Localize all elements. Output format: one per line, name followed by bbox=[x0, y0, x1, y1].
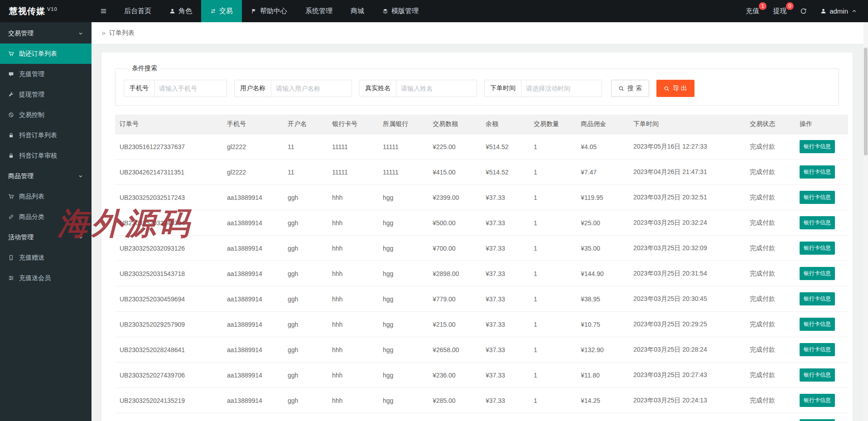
cell-order-no: UB2303252029257909 bbox=[115, 312, 222, 337]
sidebar-item-goods-list[interactable]: 商品列表 bbox=[0, 186, 92, 207]
column-header-order-time: 下单时间 bbox=[629, 115, 745, 134]
bank-card-info-button[interactable]: 银行卡信息 bbox=[800, 165, 835, 179]
sidebar-section-trade[interactable]: 交易管理 bbox=[0, 23, 92, 44]
order-time-input[interactable] bbox=[521, 80, 602, 97]
scrollbar bbox=[863, 22, 868, 421]
bank-card-info-button[interactable]: 银行卡信息 bbox=[800, 216, 835, 229]
user-menu[interactable]: admin bbox=[820, 7, 857, 15]
bank-card-info-button[interactable]: 银行卡信息 bbox=[800, 242, 835, 255]
cell-status: 完成付款 bbox=[745, 210, 795, 236]
export-button[interactable]: 导 出 bbox=[656, 80, 694, 97]
order-time-filter: 下单时间 bbox=[484, 80, 602, 97]
orders-table: 订单号手机号开户名银行卡号所属银行交易数额余额交易数量商品佣金下单时间交易状态操… bbox=[115, 115, 848, 421]
sidebar-item-label: 抖音订单审核 bbox=[19, 152, 57, 160]
cell-action: 银行卡信息 bbox=[795, 261, 848, 286]
nav-mall[interactable]: 商城 bbox=[342, 0, 373, 22]
cell-commission: ¥14.25 bbox=[576, 388, 629, 413]
sidebar-section-activity[interactable]: 活动管理 bbox=[0, 227, 92, 247]
cell-amount: ¥2898.00 bbox=[428, 261, 481, 286]
orders-table-head-row: 订单号手机号开户名银行卡号所属银行交易数额余额交易数量商品佣金下单时间交易状态操… bbox=[115, 115, 848, 134]
username-input[interactable] bbox=[271, 80, 352, 97]
sidebar-item-goods-category[interactable]: 商品分类 bbox=[0, 207, 92, 227]
sidebar-item-withdraw-management[interactable]: 提现管理 bbox=[0, 84, 92, 105]
cell-order-time: 2023年03月25日 20:32:24 bbox=[629, 210, 745, 236]
bank-card-info-button[interactable]: 银行卡信息 bbox=[800, 343, 835, 356]
cell-card-no: hhh bbox=[328, 210, 378, 236]
nav-home[interactable]: 后台首页 bbox=[115, 0, 160, 22]
bank-card-info-button[interactable]: 银行卡信息 bbox=[800, 191, 835, 204]
bank-card-info-button[interactable]: 银行卡信息 bbox=[800, 394, 835, 407]
sidebar-item-recharge-gift[interactable]: 充值赠送 bbox=[0, 247, 92, 268]
sidebar-section-goods[interactable]: 商品管理 bbox=[0, 166, 92, 186]
sidebar-item-label: 交易控制 bbox=[19, 111, 44, 119]
nav-trade[interactable]: 交易 bbox=[201, 0, 242, 22]
cell-card-no: hhh bbox=[328, 363, 378, 388]
column-header-balance: 余额 bbox=[481, 115, 529, 134]
cart-icon bbox=[8, 194, 14, 199]
sidebar-item-recharge-management[interactable]: 充值管理 bbox=[0, 64, 92, 84]
scrollbar-thumb[interactable] bbox=[864, 48, 868, 155]
bank-card-info-button[interactable]: 银行卡信息 bbox=[800, 318, 835, 331]
sidebar-item-recharge-member[interactable]: 充值送会员 bbox=[0, 268, 92, 288]
person-icon bbox=[169, 8, 175, 14]
bank-card-info-button[interactable]: 银行卡信息 bbox=[800, 140, 835, 153]
search-button[interactable]: 搜 索 bbox=[611, 80, 649, 97]
column-header-phone: 手机号 bbox=[222, 115, 283, 134]
recharge-badge: 1 bbox=[759, 2, 767, 10]
cell-action: 银行卡信息 bbox=[795, 134, 848, 160]
refresh-icon[interactable] bbox=[800, 8, 807, 15]
username-filter: 用户名称 bbox=[234, 80, 352, 97]
main-area: » 订单列表 条件搜索 手机号 用户名称 bbox=[92, 22, 868, 421]
orders-card: 条件搜索 手机号 用户名称 真实姓名 bbox=[101, 53, 853, 421]
cell-account-name: ggh bbox=[283, 286, 328, 312]
cell-account-name: ggh bbox=[283, 337, 328, 363]
sidebar-item-trade-control[interactable]: 交易控制 bbox=[0, 105, 92, 125]
table-row: UB2303252032093126aa13889914gghhhhhgg¥70… bbox=[115, 236, 848, 261]
bank-card-info-button[interactable]: 银行卡信息 bbox=[800, 419, 835, 421]
nav-role[interactable]: 角色 bbox=[160, 0, 201, 22]
link-icon bbox=[8, 214, 14, 220]
cell-card-no: 11111 bbox=[328, 134, 378, 160]
nav-template[interactable]: 模版管理 bbox=[373, 0, 428, 22]
cell-quantity: 1 bbox=[529, 337, 576, 363]
cell-status: 完成付款 bbox=[745, 286, 795, 312]
sidebar-item-douyin-order-list[interactable]: 抖音订单列表 bbox=[0, 125, 92, 145]
cell-order-no: UB2303252032249334 bbox=[115, 210, 222, 236]
cell-amount: ¥285.00 bbox=[428, 388, 481, 413]
cell-commission: ¥144.90 bbox=[576, 261, 629, 286]
cell-status: 完成付款 bbox=[745, 337, 795, 363]
recharge-button[interactable]: 充值 1 bbox=[746, 7, 759, 15]
cell-commission: ¥119.95 bbox=[576, 185, 629, 210]
cell-order-no: UB2303252032093126 bbox=[115, 236, 222, 261]
topbar-right: 充值 1 提现 0 admin bbox=[746, 0, 868, 22]
sidebar-toggle-button[interactable] bbox=[92, 0, 115, 22]
cell-action: 银行卡信息 bbox=[795, 210, 848, 236]
realname-input[interactable] bbox=[396, 80, 477, 97]
cell-amount: ¥500.00 bbox=[428, 210, 481, 236]
cell-commission: ¥25.00 bbox=[576, 210, 629, 236]
search-button-label: 搜 索 bbox=[627, 84, 642, 92]
column-header-status: 交易状态 bbox=[745, 115, 795, 134]
breadcrumb: » 订单列表 bbox=[92, 22, 868, 44]
nav-template-label: 模版管理 bbox=[391, 7, 419, 15]
sidebar-item-repay-order-list[interactable]: 助还订单列表 bbox=[0, 44, 92, 64]
cell-balance: ¥514.52 bbox=[481, 160, 529, 185]
sidebar-item-douyin-order-review[interactable]: 抖音订单审核 bbox=[0, 145, 92, 166]
cell-account-name: ggh bbox=[283, 185, 328, 210]
cell-bank: 11111 bbox=[378, 160, 428, 185]
cell-balance: ¥37.33 bbox=[481, 261, 529, 286]
cell-card-no: hhh bbox=[328, 185, 378, 210]
bank-card-info-button[interactable]: 银行卡信息 bbox=[800, 267, 835, 280]
cell-order-time: 2023年05月16日 12:27:33 bbox=[629, 134, 745, 160]
nav-help-center[interactable]: 帮助中心 bbox=[242, 0, 296, 22]
withdraw-button[interactable]: 提现 0 bbox=[773, 7, 786, 15]
topbar: 慧视传媒 V10 后台首页 角色 交易 帮助中心 系统管理 bbox=[0, 0, 868, 22]
cell-phone: aa13889914 bbox=[222, 413, 283, 421]
export-search-icon bbox=[664, 86, 670, 92]
nav-system[interactable]: 系统管理 bbox=[296, 0, 342, 22]
bank-card-info-button[interactable]: 银行卡信息 bbox=[800, 292, 835, 305]
bank-card-info-button[interactable]: 银行卡信息 bbox=[800, 368, 835, 382]
phone-label: 手机号 bbox=[124, 80, 154, 97]
phone-input[interactable] bbox=[154, 80, 227, 97]
cell-quantity: 1 bbox=[529, 286, 576, 312]
